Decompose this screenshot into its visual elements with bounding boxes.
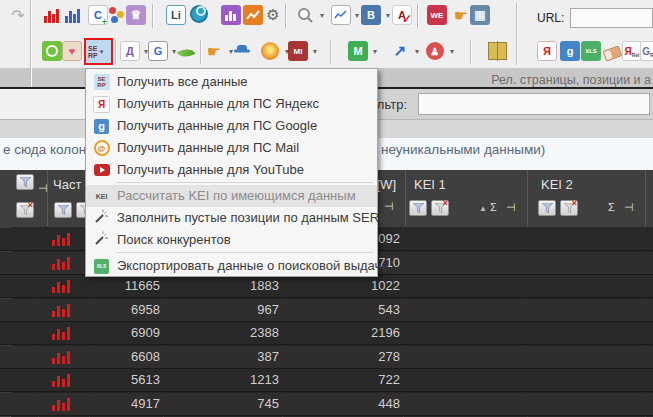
target-circle-icon[interactable] [42, 41, 62, 61]
column-header-kei2[interactable]: KEI 2 [541, 177, 573, 192]
serp-icon: SERP [88, 45, 98, 59]
menu-item-yandex[interactable]: Я Получить данные для ПС Яндекс [86, 93, 377, 115]
filter-button[interactable] [409, 200, 427, 216]
red-bar-chart-icon[interactable] [42, 5, 62, 25]
pin-icon[interactable]: ⊣ [38, 182, 48, 195]
mail-icon: @ [94, 140, 110, 156]
divider [470, 40, 472, 64]
kei-icon: KEI [96, 193, 108, 200]
search-icon[interactable] [295, 5, 315, 25]
vk-icon[interactable]: B [361, 5, 381, 25]
orange-trend-icon[interactable] [243, 5, 263, 25]
column-divider [527, 170, 528, 226]
menu-item-fill-positions[interactable]: Заполнить пустые позиции по данным SERP [86, 207, 377, 229]
serp-dropdown-menu: SERP Получить все данные Я Получить данн… [85, 68, 378, 277]
clear-filter-button[interactable]: × [560, 200, 578, 216]
hand-collect-icon[interactable]: ☛ [204, 41, 224, 61]
youtube-icon [94, 164, 110, 176]
yandex-icon: Я [93, 96, 110, 113]
mutagen-icon[interactable]: M [348, 41, 368, 61]
excel-icon: XLS [94, 259, 109, 274]
person-badge-icon[interactable]: ♟ [425, 41, 445, 61]
color-dots-icon[interactable] [107, 5, 127, 25]
column-divider [405, 170, 406, 226]
sort-asc-icon[interactable]: ▲ [479, 204, 487, 213]
copy-check-icon[interactable]: C [88, 5, 108, 25]
clear-filter-button[interactable]: × [431, 200, 449, 216]
liveinternet-icon[interactable]: Li [166, 5, 186, 25]
pin-icon[interactable]: ⊣ [506, 201, 516, 214]
menu-item-google[interactable]: g Получить данные для ПС Google [86, 115, 377, 137]
app-window: ↷ C ♕ Li ⚙ B A✓ WE ☛ ▦ URL: ♥ SERP ▾ [0, 0, 653, 417]
sum-icon[interactable]: Σ [608, 201, 615, 213]
table-row[interactable]: 6608 387 278 [0, 346, 653, 369]
menu-item-get-all-data[interactable]: SERP Получить все данные [86, 71, 377, 93]
column-header-frequency[interactable]: Част [53, 177, 81, 192]
leaf-icon[interactable] [176, 41, 196, 61]
mini-chart-icon[interactable] [331, 5, 351, 25]
trend-arrow-icon[interactable]: ↗ [390, 41, 410, 61]
frequency-bars-icon [50, 303, 76, 322]
direct-icon[interactable]: Д [120, 41, 140, 61]
filter-input[interactable] [418, 93, 650, 115]
table-row[interactable]: 6958 967 543 [0, 299, 653, 322]
frequency-bars-icon [50, 326, 76, 345]
mi-service-icon[interactable]: MI [288, 41, 308, 61]
menu-item-mail[interactable]: @ Получить данные для ПС Mail [86, 137, 377, 159]
table-row[interactable]: 11665 1883 1022 [0, 275, 653, 298]
menu-item-calc-kei[interactable]: KEI Рассчитать KEI по имеющимся данным [86, 185, 377, 207]
frequency-bars-icon [50, 373, 76, 392]
wand-icon [94, 208, 110, 228]
table-row[interactable]: 4917 745 448 [0, 393, 653, 416]
menu-item-export-serp[interactable]: XLS Экспортировать данные о поисковой вы… [86, 255, 377, 277]
frequency-bars-icon [50, 232, 76, 251]
hand-icon[interactable]: ☛ [451, 5, 471, 25]
serp-collect-button[interactable]: SERP ▾ [84, 38, 113, 65]
package-icon[interactable] [487, 41, 507, 61]
menu-item-youtube[interactable]: Получить данные для YouTube [86, 159, 377, 181]
column-divider [47, 170, 48, 226]
crown-service-icon[interactable]: ♕ [126, 5, 146, 25]
divider [152, 4, 154, 28]
wand-icon [94, 230, 110, 250]
divider [200, 40, 202, 64]
calculator-icon[interactable]: ▦ [470, 5, 490, 25]
google-rel-icon[interactable]: GRel [640, 41, 653, 61]
frequency-bars-icon [50, 279, 76, 298]
we-service-icon[interactable]: WE [427, 5, 447, 25]
google-icon: g [94, 119, 109, 134]
metrika-icon[interactable] [190, 5, 208, 23]
menu-item-find-competitors[interactable]: Поиск конкурентов [86, 229, 377, 251]
spellcheck-icon[interactable]: A✓ [392, 5, 412, 25]
yandex-rel-icon[interactable]: ЯRel [622, 41, 642, 61]
fireball-icon[interactable] [260, 41, 280, 61]
column-divider [645, 170, 646, 226]
eraser-icon[interactable] [602, 41, 622, 61]
table-row[interactable]: 5613 1213 722 [0, 369, 653, 392]
column-header-kei1[interactable]: KEI 1 [414, 177, 446, 192]
excel-export-icon[interactable]: XLS [581, 41, 601, 61]
divider [115, 40, 117, 64]
spy-icon[interactable] [232, 41, 252, 61]
menu-separator [116, 182, 373, 183]
url-input[interactable] [570, 8, 653, 28]
blue-bar-chart-icon[interactable] [63, 5, 83, 25]
redo-icon[interactable]: ↷ [8, 5, 28, 25]
tools-icon[interactable]: ⚙ [263, 5, 283, 25]
sum-icon[interactable]: Σ [490, 201, 497, 213]
yandex-icon[interactable]: Я [537, 41, 557, 61]
menu-separator [116, 252, 373, 253]
table-row[interactable]: 6909 2388 2196 [0, 322, 653, 345]
divider [285, 4, 287, 28]
filter-button[interactable] [538, 200, 556, 216]
frequency-bars-icon [50, 350, 76, 369]
clear-filter-button[interactable]: × [16, 202, 34, 218]
google-icon[interactable]: g [560, 41, 580, 61]
purple-stats-icon[interactable] [221, 5, 241, 25]
pin-icon[interactable]: ⊣ [624, 201, 634, 214]
google-ads-icon[interactable]: G [148, 41, 168, 61]
filter-button[interactable] [54, 202, 72, 218]
filter-button[interactable] [16, 174, 34, 190]
map-marker-icon[interactable]: ♥ [62, 41, 82, 61]
frequency-bars-icon [50, 397, 76, 416]
